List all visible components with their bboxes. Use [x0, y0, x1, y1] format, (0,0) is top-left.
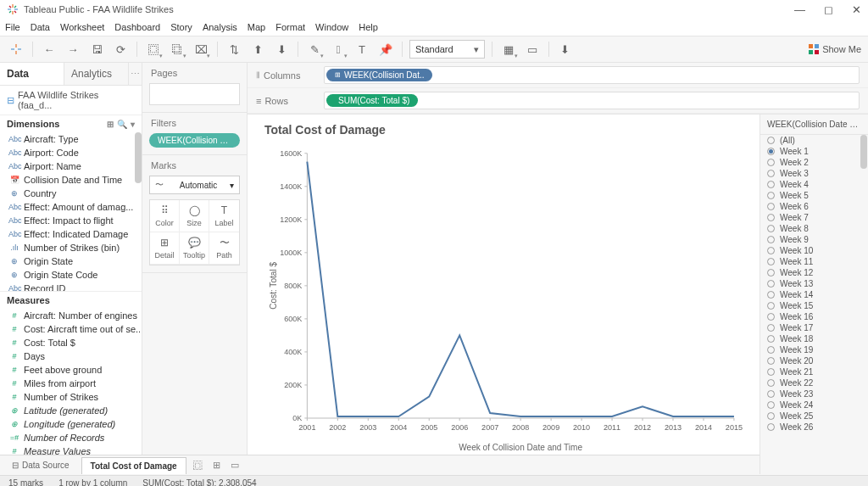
menu-story[interactable]: Story — [170, 22, 192, 32]
search-icon[interactable]: 🔍 — [117, 120, 127, 129]
dimension-field[interactable]: AbcEffect: Indicated Damage — [0, 227, 142, 241]
filter-option[interactable]: Week 2 — [760, 157, 868, 168]
minimize-icon[interactable]: — — [794, 3, 805, 16]
new-worksheet-icon[interactable]: ⿴ — [144, 40, 163, 59]
mark-tooltip[interactable]: 💬Tooltip — [180, 232, 209, 265]
duplicate-icon[interactable]: ⿻ — [168, 40, 186, 59]
mark-path[interactable]: 〜Path — [209, 232, 239, 265]
filter-option[interactable]: Week 15 — [760, 300, 868, 311]
dimension-field[interactable]: AbcEffect: Impact to flight — [0, 214, 142, 227]
dimension-field[interactable]: ⊕Origin State — [0, 254, 142, 268]
rows-pill-sum[interactable]: SUM(Cost: Total $) — [326, 94, 418, 107]
pin-icon[interactable]: 📌 — [376, 40, 395, 59]
tableau-icon[interactable] — [7, 40, 25, 59]
columns-pill-week[interactable]: WEEK(Collision Dat.. — [326, 69, 432, 81]
measure-field[interactable]: #Measure Values — [0, 444, 142, 455]
filter-scrollbar-thumb[interactable] — [860, 135, 867, 169]
dim-menu-icon[interactable]: ▾ — [131, 120, 135, 129]
chart-view[interactable]: Total Cost of Damage 0K200K400K600K800K1… — [248, 115, 760, 474]
dimension-field[interactable]: ⊕Country — [0, 187, 142, 200]
filter-option[interactable]: Week 12 — [760, 267, 868, 278]
measure-field[interactable]: =#Number of Records — [0, 431, 142, 444]
filter-option[interactable]: Week 22 — [760, 377, 868, 388]
datasource-name[interactable]: ⊟ FAA Wildlife Strikes (faa_d... — [0, 86, 142, 115]
sheet-tab-active[interactable]: Total Cost of Damage — [81, 457, 186, 474]
filter-option[interactable]: Week 14 — [760, 289, 868, 300]
dimension-field[interactable]: AbcAirport: Code — [0, 146, 142, 159]
filter-option[interactable]: Week 8 — [760, 223, 868, 234]
undo-icon[interactable]: ← — [40, 40, 58, 59]
menu-format[interactable]: Format — [275, 22, 305, 32]
view-data-icon[interactable]: ⊞ — [107, 120, 114, 129]
dimension-field[interactable]: .ılıNumber of Strikes (bin) — [0, 241, 142, 254]
filter-option[interactable]: Week 4 — [760, 179, 868, 190]
filter-option[interactable]: Week 25 — [760, 411, 868, 422]
close-icon[interactable]: ✕ — [852, 3, 861, 16]
filter-option[interactable]: Week 26 — [760, 422, 868, 433]
measure-field[interactable]: #Cost: Aircraft time out of se... — [0, 322, 142, 336]
new-dashboard-tab-icon[interactable]: ⊞ — [209, 460, 224, 471]
filter-option[interactable]: Week 10 — [760, 245, 868, 256]
measure-field[interactable]: #Number of Strikes — [0, 390, 142, 404]
maximize-icon[interactable]: ◻ — [824, 3, 833, 16]
filter-option[interactable]: Week 21 — [760, 366, 868, 377]
measure-field[interactable]: ⊕Longitude (generated) — [0, 417, 142, 431]
mark-label[interactable]: TLabel — [209, 200, 239, 232]
scrollbar-thumb[interactable] — [135, 132, 142, 183]
new-story-tab-icon[interactable]: ▭ — [227, 460, 242, 471]
mark-color[interactable]: ⠿Color — [150, 200, 180, 232]
filter-pill-week[interactable]: WEEK(Collision Date... — [149, 133, 240, 148]
filter-option[interactable]: Week 17 — [760, 322, 868, 333]
new-data-icon[interactable]: ⟳ — [111, 40, 130, 59]
new-worksheet-tab-icon[interactable]: ⿴ — [190, 461, 206, 471]
mark-detail[interactable]: ⊞Detail — [150, 232, 180, 265]
analytics-tab[interactable]: Analytics — [64, 63, 128, 85]
download-icon[interactable]: ⬇ — [556, 40, 575, 59]
datasource-tab[interactable]: ⊟Data Source — [3, 457, 78, 473]
filter-option[interactable]: Week 18 — [760, 333, 868, 344]
labels-icon[interactable]: T — [353, 40, 371, 59]
filter-option[interactable]: Week 13 — [760, 278, 868, 289]
save-icon[interactable]: 🖫 — [87, 40, 106, 59]
measure-field[interactable]: ⊕Latitude (generated) — [0, 404, 142, 417]
redo-icon[interactable]: → — [64, 40, 82, 59]
sort-asc-icon[interactable]: ⬆ — [248, 40, 267, 59]
menu-file[interactable]: File — [5, 22, 20, 32]
highlight-icon[interactable]: ✎ — [305, 40, 324, 59]
rows-shelf[interactable]: SUM(Cost: Total $) — [324, 92, 860, 109]
dimension-field[interactable]: AbcEffect: Amount of damag... — [0, 200, 142, 214]
swap-icon[interactable]: ⇅ — [225, 40, 243, 59]
filter-option[interactable]: Week 5 — [760, 190, 868, 201]
mark-size[interactable]: ◯Size — [180, 200, 209, 232]
dimension-field[interactable]: ⊕Origin State Code — [0, 268, 142, 282]
dimension-field[interactable]: AbcRecord ID — [0, 282, 142, 291]
menu-data[interactable]: Data — [31, 22, 50, 32]
menu-help[interactable]: Help — [359, 22, 378, 32]
filter-option-all[interactable]: (All) — [760, 135, 868, 146]
measure-field[interactable]: #Aircraft: Number of engines — [0, 309, 142, 322]
pages-shelf[interactable] — [149, 83, 240, 105]
columns-shelf[interactable]: WEEK(Collision Dat.. — [324, 66, 860, 84]
filter-option[interactable]: Week 16 — [760, 311, 868, 322]
cards-icon[interactable]: ▦ — [499, 40, 518, 59]
filter-option[interactable]: Week 1 — [760, 146, 868, 157]
dimension-field[interactable]: AbcAirport: Name — [0, 159, 142, 173]
filter-option[interactable]: Week 20 — [760, 355, 868, 366]
filter-option[interactable]: Week 6 — [760, 201, 868, 212]
measure-field[interactable]: #Cost: Total $ — [0, 336, 142, 349]
group-icon[interactable]: 𓃑 — [329, 40, 348, 59]
measure-field[interactable]: #Miles from airport — [0, 377, 142, 390]
menu-worksheet[interactable]: Worksheet — [60, 22, 104, 32]
filter-option[interactable]: Week 3 — [760, 168, 868, 179]
filter-option[interactable]: Week 9 — [760, 234, 868, 245]
presentation-icon[interactable]: ▭ — [523, 40, 542, 59]
sort-desc-icon[interactable]: ⬇ — [272, 40, 291, 59]
dimension-field[interactable]: AbcAircraft: Type — [0, 132, 142, 146]
dimension-field[interactable]: 📅Collision Date and Time — [0, 173, 142, 187]
add-datasource-icon[interactable]: ⋯ — [128, 63, 142, 85]
menu-window[interactable]: Window — [315, 22, 348, 32]
fit-dropdown[interactable]: Standard — [409, 40, 485, 59]
show-me-button[interactable]: Show Me — [809, 44, 861, 54]
clear-icon[interactable]: ⌧ — [192, 40, 210, 59]
filter-option[interactable]: Week 11 — [760, 256, 868, 267]
